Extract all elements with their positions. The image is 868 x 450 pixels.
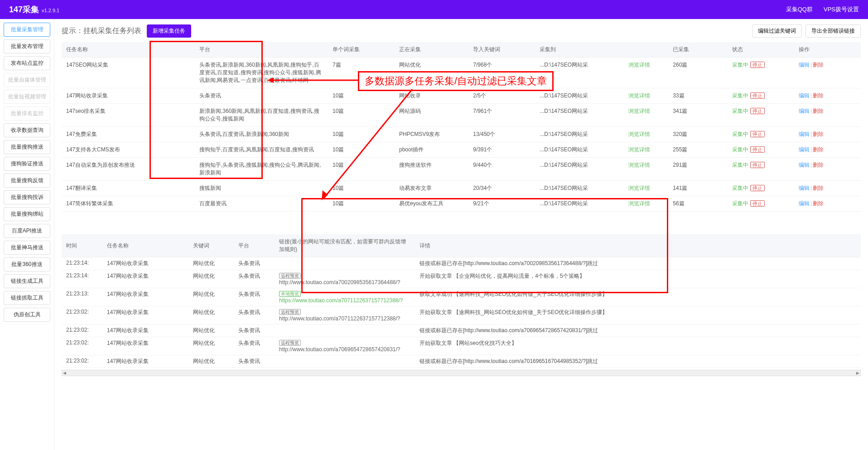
log-link[interactable]: https://www.toutiao.com/a707112263715771… — [279, 297, 403, 304]
remote-badge[interactable]: 远程预览 — [279, 309, 301, 315]
edit-link[interactable]: 编辑 — [799, 162, 810, 168]
log-platform: 头条资讯 — [234, 324, 275, 337]
sidebar-item-6[interactable]: 收录数据查询 — [4, 123, 50, 137]
log-link[interactable]: http://www.toutiao.com/a7069654728657420… — [279, 346, 400, 353]
task-count: 10篇 — [328, 196, 395, 212]
stop-button[interactable]: 停止 — [750, 200, 765, 207]
task-collecting: 网站优化 — [395, 58, 468, 88]
sidebar-item-1[interactable]: 批量发布管理 — [4, 39, 50, 53]
task-keywords: 9/21个 — [468, 196, 535, 212]
stop-button[interactable]: 停止 — [750, 185, 765, 191]
log-platform: 头条资讯 — [234, 270, 275, 288]
log-detail: 链接或标题已存在[http://www.toutiao.com/a7016965… — [415, 355, 861, 368]
browse-link[interactable]: 浏览详情 — [628, 162, 650, 168]
delete-link[interactable]: 删除 — [813, 131, 824, 137]
stop-button[interactable]: 停止 — [750, 146, 765, 153]
sidebar-item-7[interactable]: 批量搜狗推送 — [4, 140, 50, 154]
horizontal-scrollbar[interactable]: ◀ ▶ — [62, 370, 861, 376]
task-count: 10篇 — [328, 104, 395, 127]
delete-link[interactable]: 删除 — [813, 200, 824, 207]
task-row: 147简体转繁体采集百度最资讯10篇易优eyou发布工具9/21个...D:\1… — [62, 196, 861, 212]
log-platform: 头条资讯 — [234, 288, 275, 306]
task-keywords: 7/961个 — [468, 104, 535, 127]
browse-link[interactable]: 浏览详情 — [628, 62, 650, 68]
header-link-vps[interactable]: VPS拨号设置 — [824, 5, 859, 14]
browse-link[interactable]: 浏览详情 — [628, 185, 650, 191]
edit-link[interactable]: 编辑 — [799, 92, 810, 99]
task-row: 147自动采集为原创发布推送搜狗知乎,头条资讯,搜狐新闻,搜狗公众号,腾讯新闻,… — [62, 158, 861, 181]
delete-link[interactable]: 删除 — [813, 185, 824, 191]
delete-link[interactable]: 删除 — [813, 108, 824, 114]
edit-link[interactable]: 编辑 — [799, 200, 810, 207]
local-badge[interactable]: 本地预览 — [279, 291, 301, 297]
stop-button[interactable]: 停止 — [750, 162, 765, 168]
sidebar-item-9[interactable]: 批量搜狗反馈 — [4, 174, 50, 188]
export-errors-button[interactable]: 导出全部错误链接 — [805, 24, 861, 38]
stop-button[interactable]: 停止 — [750, 108, 765, 114]
stop-button[interactable]: 停止 — [750, 131, 765, 137]
task-header: 状态 — [728, 42, 794, 58]
status-label: 采集中 — [732, 62, 748, 68]
task-collected: 33篇 — [668, 88, 728, 104]
scroll-right-icon[interactable]: ▶ — [856, 371, 859, 375]
edit-link[interactable]: 编辑 — [799, 131, 810, 137]
task-collecting: 网站收录 — [395, 88, 468, 104]
task-count: 10篇 — [328, 88, 395, 104]
log-name: 147网站收录采集 — [102, 288, 188, 306]
log-link[interactable]: http://www.toutiao.com/a7002098535617364… — [279, 279, 400, 285]
sidebar-item-17[interactable]: 伪原创工具 — [4, 308, 50, 322]
sidebar-item-2[interactable]: 发布站点监控 — [4, 56, 50, 70]
status-label: 采集中 — [732, 162, 748, 168]
edit-filter-button[interactable]: 编辑过滤关键词 — [752, 24, 802, 38]
task-collecting: pboot插件 — [395, 142, 468, 158]
sidebar-item-16[interactable]: 链接抓取工具 — [4, 291, 50, 305]
sidebar-item-0[interactable]: 批量采集管理 — [4, 23, 50, 37]
delete-link[interactable]: 删除 — [813, 62, 824, 68]
app-title: 147采集 — [9, 4, 39, 15]
header-link-qq[interactable]: 采集QQ群 — [786, 5, 813, 14]
task-name: 147SEO网站采集 — [62, 58, 195, 88]
delete-link[interactable]: 删除 — [813, 162, 824, 168]
task-header: 采集到 — [535, 42, 624, 58]
sidebar-item-12[interactable]: 百度API推送 — [4, 224, 50, 238]
edit-link[interactable]: 编辑 — [799, 146, 810, 153]
task-count: 10篇 — [328, 127, 395, 142]
edit-link[interactable]: 编辑 — [799, 62, 810, 68]
browse-link[interactable]: 浏览详情 — [628, 146, 650, 153]
log-row: 21:23:02:147网站收录采集网站优化头条资讯链接或标题已存在[http:… — [62, 355, 861, 368]
browse-link[interactable]: 浏览详情 — [628, 92, 650, 99]
task-dest: ...D:\147SEO网站采 — [535, 104, 624, 127]
browse-link[interactable]: 浏览详情 — [628, 200, 650, 207]
sidebar-item-8[interactable]: 搜狗验证推送 — [4, 157, 50, 171]
stop-button[interactable]: 停止 — [750, 62, 765, 68]
sidebar-item-10[interactable]: 批量搜狗投诉 — [4, 190, 50, 204]
task-platform: 新浪新闻,360新闻,凤凰新闻,百度知道,搜狗资讯,搜狗公众号,搜狐新闻 — [195, 104, 328, 127]
delete-link[interactable]: 删除 — [813, 92, 824, 99]
new-task-button[interactable]: 新增采集任务 — [147, 24, 191, 38]
browse-link[interactable]: 浏览详情 — [628, 131, 650, 137]
edit-link[interactable]: 编辑 — [799, 185, 810, 191]
log-detail: 开始获取文章 【途网科技_网站SEO优化如何做_关于SEO优化详细操作步骤】 — [415, 306, 861, 324]
app-version: v1.2.9.1 — [42, 8, 59, 13]
sidebar-item-14[interactable]: 批量360推送 — [4, 257, 50, 271]
task-header: 导入关键词 — [468, 42, 535, 58]
delete-link[interactable]: 删除 — [813, 146, 824, 153]
remote-badge[interactable]: 远程预览 — [279, 340, 301, 346]
sidebar-item-13[interactable]: 批量神马推送 — [4, 241, 50, 255]
scroll-left-icon[interactable]: ◀ — [63, 371, 66, 375]
sidebar-item-11[interactable]: 批量搜狗绑站 — [4, 207, 50, 221]
status-label: 采集中 — [732, 131, 748, 137]
remote-badge[interactable]: 远程预览 — [279, 273, 301, 279]
browse-link[interactable]: 浏览详情 — [628, 108, 650, 114]
stop-button[interactable]: 停止 — [750, 92, 765, 99]
task-count: 10篇 — [328, 142, 395, 158]
sidebar-item-15[interactable]: 链接生成工具 — [4, 274, 50, 288]
edit-link[interactable]: 编辑 — [799, 108, 810, 114]
log-detail: 获取文章成功 【途网科技_网站SEO优化如何做_关于SEO优化详细操作步骤】 — [415, 288, 861, 306]
log-link[interactable]: http://www.toutiao.com/a7071122637157712… — [279, 315, 400, 322]
status-label: 采集中 — [732, 92, 748, 99]
sidebar-item-4: 批量短视频管理 — [4, 90, 50, 104]
task-row: 147seo排名采集新浪新闻,360新闻,凤凰新闻,百度知道,搜狗资讯,搜狗公众… — [62, 104, 861, 127]
log-row: 21:23:02:147网站收录采集网站优化头条资讯链接或标题已存在[http:… — [62, 324, 861, 337]
sidebar-item-3: 批量自媒体管理 — [4, 73, 50, 87]
